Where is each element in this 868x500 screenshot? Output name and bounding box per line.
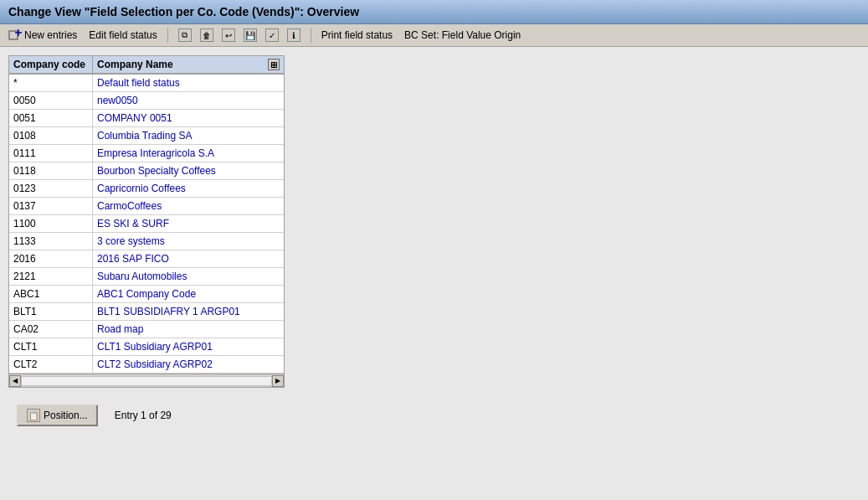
check-icon: ✓ xyxy=(265,28,279,42)
print-field-status-label: Print field status xyxy=(321,29,393,41)
col-name-header: Company Name ⊞ xyxy=(93,56,284,73)
scroll-right-button[interactable]: ▶ xyxy=(272,375,284,387)
table-row[interactable]: ABC1ABC1 Company Code xyxy=(9,286,284,303)
horizontal-scrollbar[interactable]: ◀ ▶ xyxy=(9,374,284,387)
table-row[interactable]: 0111Empresa Interagricola S.A xyxy=(9,145,284,162)
toolbar-icons-group: ⧉ 🗑 ↩ 💾 ✓ ℹ xyxy=(175,27,304,44)
cell-company-code: 0050 xyxy=(9,92,93,109)
table-row[interactable]: CLT2CLT2 Subsidiary AGRP02 xyxy=(9,356,284,374)
edit-field-status-label: Edit field status xyxy=(89,29,157,41)
cell-company-code: CLT1 xyxy=(9,338,93,355)
undo-icon-button[interactable]: ↩ xyxy=(218,27,239,44)
table-row[interactable]: *Default field status xyxy=(9,75,284,92)
cell-company-name: Bourbon Specialty Coffees xyxy=(93,162,284,179)
cell-company-name: CarmoCoffees xyxy=(93,198,284,214)
new-entries-icon xyxy=(8,28,22,42)
print-field-status-button[interactable]: Print field status xyxy=(318,28,396,43)
cell-company-code: 1100 xyxy=(9,215,93,232)
cell-company-code: ABC1 xyxy=(9,286,93,302)
table-row[interactable]: 20162016 SAP FICO xyxy=(9,250,284,268)
position-icon: 📋 xyxy=(27,409,40,422)
info-icon: ℹ xyxy=(287,28,300,42)
table-row[interactable]: CA02Road map xyxy=(9,321,284,338)
scroll-left-button[interactable]: ◀ xyxy=(9,375,21,387)
table-body: *Default field status0050new00500051COMP… xyxy=(9,75,284,374)
cell-company-name: Columbia Trading SA xyxy=(93,127,284,144)
toolbar-separator-2 xyxy=(311,28,311,43)
cell-company-code: 0051 xyxy=(9,110,93,126)
cell-company-code: 2121 xyxy=(9,268,93,285)
cell-company-name: Empresa Interagricola S.A xyxy=(93,145,284,162)
cell-company-name: Road map xyxy=(93,321,284,338)
info-icon-button[interactable]: ℹ xyxy=(284,27,304,44)
title-bar: Change View "Field Selection per Co. Cod… xyxy=(0,0,868,24)
table-row[interactable]: 1100ES SKI & SURF xyxy=(9,215,284,233)
cell-company-code: BLT1 xyxy=(9,303,93,320)
position-button-label: Position... xyxy=(44,410,88,421)
table-row[interactable]: 0123Capricornio Coffees xyxy=(9,180,284,198)
table-row[interactable]: BLT1BLT1 SUBSIDIAFRY 1 ARGP01 xyxy=(9,303,284,321)
check-icon-button[interactable]: ✓ xyxy=(262,27,282,44)
save-icon: 💾 xyxy=(244,28,257,42)
undo-icon: ↩ xyxy=(222,28,235,42)
footer-area: 📋 Position... Entry 1 of 29 xyxy=(8,405,860,426)
table-row[interactable]: CLT1CLT1 Subsidiary AGRP01 xyxy=(9,338,284,356)
copy-icon: ⧉ xyxy=(178,28,192,42)
col-name-label: Company Name xyxy=(97,59,173,70)
bc-set-button[interactable]: BC Set: Field Value Origin xyxy=(401,28,524,43)
position-button[interactable]: 📋 Position... xyxy=(17,405,98,426)
table-row[interactable]: 0108Columbia Trading SA xyxy=(9,127,284,145)
cell-company-name: new0050 xyxy=(93,92,284,109)
entry-info: Entry 1 of 29 xyxy=(115,410,172,421)
save-icon-button[interactable]: 💾 xyxy=(240,27,260,44)
horizontal-scroll-track[interactable] xyxy=(21,376,272,386)
table-row[interactable]: 0137CarmoCoffees xyxy=(9,198,284,215)
cell-company-code: 1133 xyxy=(9,233,93,250)
main-content: Company code Company Name ⊞ *Default fie… xyxy=(0,47,868,435)
page-title: Change View "Field Selection per Co. Cod… xyxy=(8,5,359,18)
copy-icon-button[interactable]: ⧉ xyxy=(175,27,195,44)
cell-company-code: 0123 xyxy=(9,180,93,197)
column-settings-icon[interactable]: ⊞ xyxy=(268,59,280,70)
cell-company-name: COMPANY 0051 xyxy=(93,110,284,126)
new-entries-button[interactable]: New entries xyxy=(5,27,80,44)
cell-company-code: CLT2 xyxy=(9,356,93,373)
cell-company-code: 0137 xyxy=(9,198,93,214)
table-row[interactable]: 11333 core systems xyxy=(9,233,284,250)
cell-company-name: Subaru Automobiles xyxy=(93,268,284,285)
bc-set-label: BC Set: Field Value Origin xyxy=(404,29,521,41)
cell-company-name: ABC1 Company Code xyxy=(93,286,284,302)
cell-company-name: BLT1 SUBSIDIAFRY 1 ARGP01 xyxy=(93,303,284,320)
new-entries-label: New entries xyxy=(24,29,77,41)
cell-company-code: * xyxy=(9,75,93,91)
cell-company-name: 3 core systems xyxy=(93,233,284,250)
cell-company-code: 0118 xyxy=(9,162,93,179)
cell-company-name: 2016 SAP FICO xyxy=(93,250,284,267)
cell-company-code: 0108 xyxy=(9,127,93,144)
table-row[interactable]: 0118Bourbon Specialty Coffees xyxy=(9,162,284,180)
cell-company-name: CLT2 Subsidiary AGRP02 xyxy=(93,356,284,373)
table-row[interactable]: 0050new0050 xyxy=(9,92,284,110)
edit-field-status-button[interactable]: Edit field status xyxy=(85,28,160,43)
col-code-header: Company code xyxy=(9,56,93,73)
delete-icon: 🗑 xyxy=(200,28,213,42)
cell-company-name: Default field status xyxy=(93,75,284,91)
cell-company-name: ES SKI & SURF xyxy=(93,215,284,232)
company-table: Company code Company Name ⊞ *Default fie… xyxy=(8,55,285,388)
delete-icon-button[interactable]: 🗑 xyxy=(197,27,217,44)
table-row[interactable]: 2121Subaru Automobiles xyxy=(9,268,284,286)
toolbar-separator-1 xyxy=(167,28,168,43)
cell-company-name: CLT1 Subsidiary AGRP01 xyxy=(93,338,284,355)
cell-company-code: 2016 xyxy=(9,250,93,267)
cell-company-code: CA02 xyxy=(9,321,93,338)
cell-company-name: Capricornio Coffees xyxy=(93,180,284,197)
cell-company-code: 0111 xyxy=(9,145,93,162)
table-row[interactable]: 0051COMPANY 0051 xyxy=(9,110,284,127)
toolbar: New entries Edit field status ⧉ 🗑 ↩ 💾 ✓ … xyxy=(0,24,868,47)
table-header: Company code Company Name ⊞ xyxy=(9,56,284,75)
